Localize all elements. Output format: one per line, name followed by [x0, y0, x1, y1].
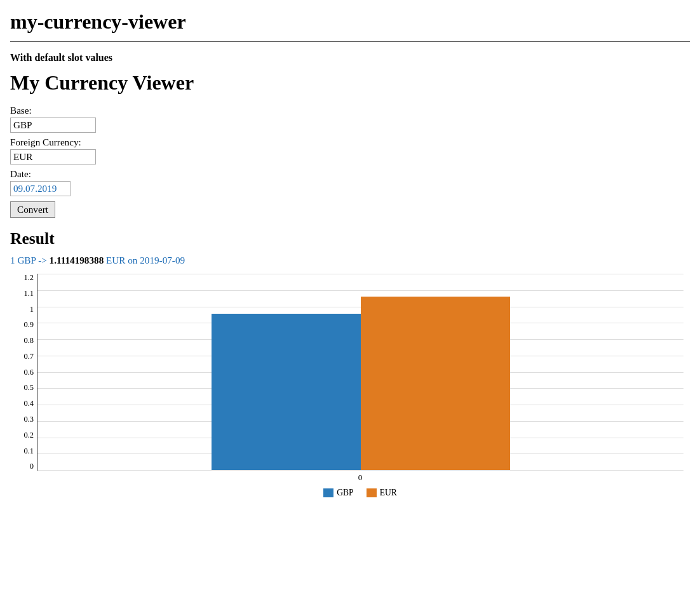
x-label: 0 — [37, 473, 683, 483]
result-suffix: EUR on 2019-07-09 — [104, 255, 185, 265]
y-axis-label: 0.7 — [24, 352, 34, 360]
y-axis-label: 0.1 — [24, 447, 34, 455]
y-axis-label: 0.8 — [24, 337, 34, 344]
date-label: Date: — [10, 168, 690, 180]
base-label: Base: — [10, 105, 690, 116]
legend-color-box — [367, 488, 377, 497]
y-axis-label: 0.2 — [24, 431, 34, 439]
result-rate: 1.1114198388 — [50, 255, 104, 265]
legend-item: GBP — [323, 488, 353, 498]
result-prefix: 1 GBP -> — [10, 255, 50, 265]
y-axis: 1.21.110.90.80.70.60.50.40.30.20.10 — [10, 274, 37, 471]
legend-color-box — [323, 488, 333, 497]
chart-area: 1.21.110.90.80.70.60.50.40.30.20.10 — [10, 274, 683, 471]
y-axis-label: 1.1 — [24, 290, 34, 297]
y-axis-label: 0.9 — [24, 321, 34, 328]
y-axis-label: 0.6 — [24, 368, 34, 376]
legend-label: EUR — [380, 488, 397, 498]
bar-group — [212, 297, 510, 470]
convert-button[interactable]: Convert — [10, 201, 55, 218]
y-axis-label: 0.5 — [24, 384, 34, 391]
foreign-label: Foreign Currency: — [10, 137, 690, 148]
y-axis-label: 0.3 — [24, 415, 34, 423]
chart-plot — [37, 274, 683, 471]
y-axis-label: 1 — [30, 306, 34, 313]
legend-label: GBP — [337, 488, 353, 498]
y-axis-label: 0.4 — [24, 399, 34, 407]
date-input[interactable] — [10, 181, 71, 196]
grid-line — [37, 470, 683, 471]
result-text: 1 GBP -> 1.1114198388 EUR on 2019-07-09 — [10, 255, 690, 266]
bars-wrapper — [37, 274, 683, 470]
y-axis-label: 1.2 — [24, 274, 34, 281]
foreign-currency-input[interactable] — [10, 149, 96, 164]
result-heading: Result — [10, 229, 690, 248]
bar-eur — [361, 297, 510, 470]
bar-gbp — [212, 314, 361, 470]
x-axis-labels: 0 — [37, 473, 683, 483]
section-label: With default slot values — [10, 52, 690, 64]
chart-legend: GBPEUR — [37, 488, 683, 498]
form-section: Base: Foreign Currency: Date: Convert — [10, 105, 690, 229]
y-axis-label: 0 — [30, 462, 34, 470]
component-title: My Currency Viewer — [10, 71, 690, 95]
divider — [10, 41, 690, 42]
chart-container: 1.21.110.90.80.70.60.50.40.30.20.10 0 GB… — [10, 274, 683, 490]
app-title: my-currency-viewer — [10, 10, 690, 34]
legend-item: EUR — [367, 488, 397, 498]
base-input[interactable] — [10, 117, 96, 133]
